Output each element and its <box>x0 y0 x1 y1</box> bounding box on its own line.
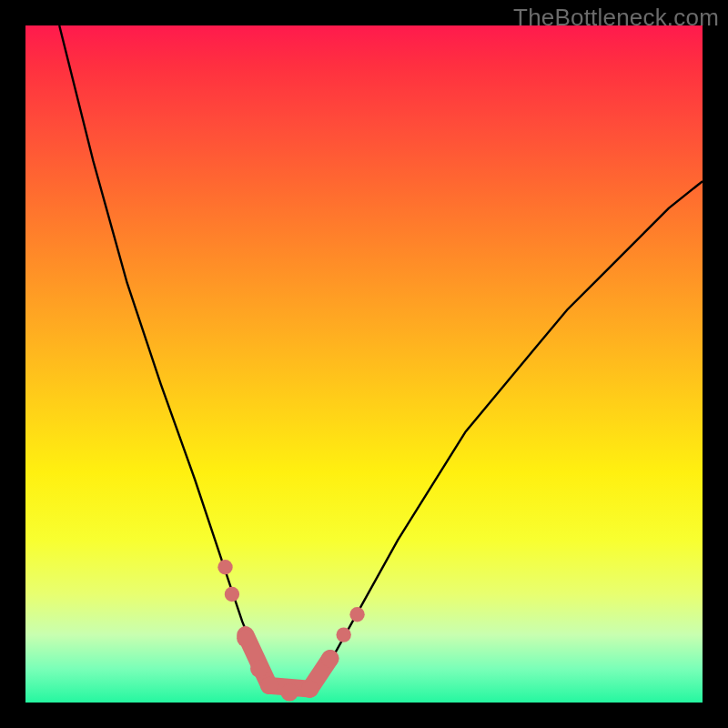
left-low2-dot <box>250 660 268 677</box>
left-upper-dot <box>217 560 232 574</box>
right-low1-dot <box>321 650 339 667</box>
trough-end <box>301 680 318 697</box>
trough-mid <box>280 683 298 701</box>
plot-area <box>25 25 703 703</box>
outer-black-frame: TheBottleneck.com <box>0 0 728 728</box>
bottleneck-curve <box>59 25 703 693</box>
watermark-text: TheBottleneck.com <box>513 4 719 32</box>
curve-svg <box>25 25 703 703</box>
left-low1-dot <box>237 630 254 647</box>
right-upper-dot <box>349 607 364 622</box>
left-mid-dot <box>225 587 239 602</box>
right-low2-dot <box>336 627 350 642</box>
trough-start <box>260 677 278 694</box>
